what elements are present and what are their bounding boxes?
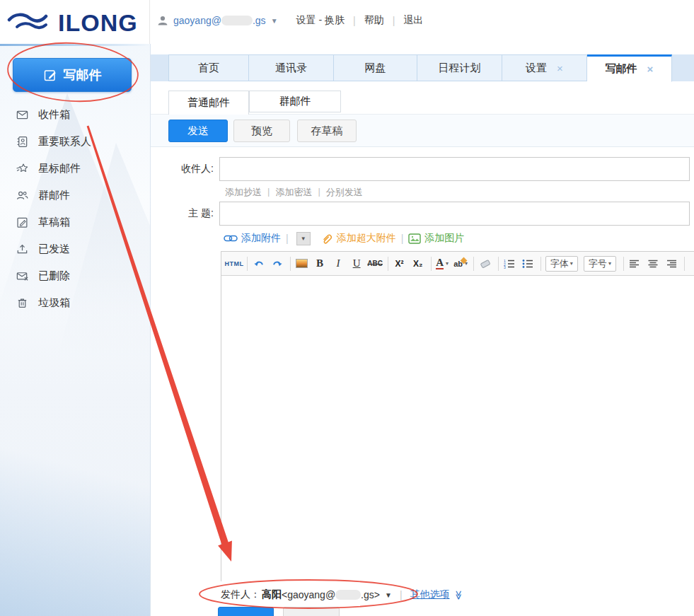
add-attachment-link[interactable]: 添加附件	[241, 232, 281, 245]
sidebar: 写邮件 收件箱 重要联系人	[0, 44, 151, 616]
tab-compose-active[interactable]: 写邮件×	[587, 54, 672, 82]
tab-label: 首页	[198, 62, 219, 75]
tab-settings[interactable]: 设置×	[502, 54, 587, 81]
tab-bar: 首页 通讯录 网盘 日程计划 设置× 写邮件×	[151, 54, 694, 81]
main-panel: 首页 通讯录 网盘 日程计划 设置× 写邮件× 普通邮件 群邮件 发送 预览 存…	[151, 44, 694, 616]
subtab-group-mail[interactable]: 群邮件	[249, 91, 341, 112]
subtab-normal-mail[interactable]: 普通邮件	[168, 91, 249, 115]
close-tab-icon[interactable]: ×	[647, 63, 654, 75]
user-menu-caret-icon[interactable]: ▼	[271, 17, 278, 25]
sidebar-item-trash[interactable]: 垃圾箱	[0, 289, 151, 316]
strikethrough-button[interactable]: ABC	[368, 255, 382, 272]
user-email[interactable]: gaoyang@.gs	[168, 15, 266, 26]
caret-down-icon: ▾	[608, 260, 611, 267]
subject-input[interactable]	[219, 202, 690, 226]
sidebar-item-label: 已删除	[38, 269, 70, 283]
header-divider	[149, 0, 150, 44]
inbox-icon	[16, 108, 29, 122]
subscript-button[interactable]: X₂	[411, 255, 425, 272]
align-left-button[interactable]	[628, 255, 642, 272]
highlight-button[interactable]: ab▾	[453, 255, 468, 272]
toolbar-separator	[623, 257, 624, 271]
editor-toolbar: HTML	[221, 252, 694, 276]
sidebar-item-deleted[interactable]: 已删除	[0, 262, 151, 289]
send-separately-link[interactable]: 分别发送	[326, 186, 363, 199]
add-image-link[interactable]: 添加图片	[424, 232, 464, 245]
rich-text-editor: HTML	[221, 251, 694, 581]
logo: ILONG	[7, 6, 149, 40]
font-family-label: 字体	[550, 257, 569, 270]
add-bcc-link[interactable]: 添加密送	[275, 186, 312, 199]
redo-button[interactable]	[270, 255, 284, 272]
sender-dropdown-caret-icon[interactable]: ▼	[385, 591, 392, 599]
bold-button[interactable]: B	[313, 255, 327, 272]
tab-netdisk[interactable]: 网盘	[334, 54, 417, 81]
menu-separator: |	[393, 15, 395, 26]
toolbar-separator	[247, 257, 248, 271]
other-options-link[interactable]: 其他选项	[410, 588, 450, 601]
sidebar-item-important-contacts[interactable]: 重要联系人	[0, 128, 151, 155]
eraser-button[interactable]	[478, 255, 492, 272]
font-family-select[interactable]: 字体▾	[545, 256, 578, 272]
deleted-icon	[16, 269, 29, 283]
sidebar-item-starred-mail[interactable]: 星标邮件	[0, 155, 151, 182]
sender-row: 发件人： 高阳 <gaoyang@.gs> ▼ | 其他选项 ≫	[221, 584, 463, 605]
bullet-list-button[interactable]	[521, 255, 535, 272]
bottom-preview-button[interactable]	[283, 607, 340, 616]
insert-image-button[interactable]	[294, 255, 308, 272]
html-source-button[interactable]: HTML	[227, 255, 241, 272]
sidebar-item-group-mail[interactable]: 群邮件	[0, 182, 151, 209]
attachment-dropdown-button[interactable]: ▼	[296, 232, 311, 245]
underline-button[interactable]: U	[349, 255, 364, 272]
bottom-send-button[interactable]	[218, 607, 274, 616]
sender-name: 高阳	[262, 588, 282, 601]
tab-home[interactable]: 首页	[168, 54, 249, 81]
ordered-list-button[interactable]: 123	[502, 255, 516, 272]
eraser-icon	[479, 259, 492, 269]
sidebar-item-label: 收件箱	[38, 108, 70, 122]
menu-settings-skin[interactable]: 设置 - 换肤	[296, 14, 345, 27]
tab-contacts[interactable]: 通讯录	[249, 54, 334, 81]
menu-help[interactable]: 帮助	[364, 14, 384, 27]
toolbar-separator	[498, 257, 499, 271]
add-large-attachment-link[interactable]: 添加超大附件	[337, 232, 396, 245]
editor-body[interactable]	[221, 276, 694, 581]
caret-down-icon: ▾	[570, 260, 573, 267]
attachment-link-icon	[224, 233, 238, 244]
close-tab-icon[interactable]: ×	[557, 62, 563, 74]
align-center-button[interactable]	[646, 255, 660, 272]
toolbar-separator	[473, 257, 474, 271]
compose-mail-button[interactable]: 写邮件	[13, 58, 132, 92]
insert-image-icon	[296, 259, 308, 268]
attachment-row: 添加附件 | ▼ 添加超大附件 | 添加图片	[224, 231, 464, 246]
sender-address: <gaoyang@.gs>	[282, 589, 380, 600]
sidebar-nav: 收件箱 重要联系人 星标邮件	[0, 101, 151, 316]
preview-button[interactable]: 预览	[233, 120, 290, 142]
sidebar-item-drafts[interactable]: 草稿箱	[0, 209, 151, 236]
align-right-button[interactable]	[664, 255, 678, 272]
menu-logout[interactable]: 退出	[403, 14, 423, 27]
recipient-input[interactable]	[219, 157, 690, 181]
user-icon	[157, 15, 168, 26]
font-color-button[interactable]: A▾	[435, 255, 449, 272]
sidebar-item-inbox[interactable]: 收件箱	[0, 101, 151, 128]
undo-button[interactable]	[252, 255, 266, 272]
add-cc-link[interactable]: 添加抄送	[225, 186, 262, 199]
save-draft-button[interactable]: 存草稿	[297, 120, 357, 142]
italic-button[interactable]: I	[331, 255, 345, 272]
sidebar-item-sent[interactable]: 已发送	[0, 236, 151, 262]
bullet-list-icon	[522, 259, 533, 269]
add-image-icon	[408, 233, 421, 244]
send-button[interactable]: 发送	[168, 120, 228, 142]
action-bar: 发送 预览 存草稿	[151, 114, 694, 147]
expand-options-chevrons-icon[interactable]: ≫	[453, 590, 464, 600]
tab-label: 日程计划	[439, 62, 481, 75]
menu-separator: |	[353, 15, 356, 26]
attachment-separator: |	[286, 233, 289, 244]
compose-icon	[43, 68, 57, 82]
superscript-button[interactable]: X²	[393, 255, 407, 272]
font-size-select[interactable]: 字号▾	[584, 256, 616, 272]
caret-down-icon: ▼	[301, 236, 306, 242]
tab-label: 设置	[526, 62, 547, 75]
tab-calendar[interactable]: 日程计划	[417, 54, 502, 81]
